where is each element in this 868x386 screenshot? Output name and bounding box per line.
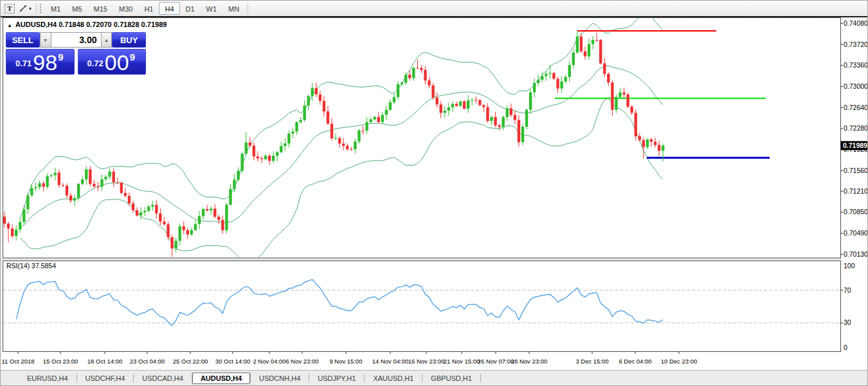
candle-body [213,208,216,217]
timeframe-button-M5[interactable]: M5 [66,2,87,15]
candle-body [408,75,411,78]
time-axis-label: 18 Oct 14:00 [87,358,122,365]
rsi-axis-label: 30 [844,318,851,326]
timeframe-button-H1[interactable]: H1 [138,2,159,15]
candle-body [440,104,442,113]
candle-body [467,100,469,109]
text-tool-button[interactable]: T [3,2,17,15]
toolbar: T ▾ M1M5M15M30H1H4D1W1MN [1,1,867,16]
price-axis-label: 0.71560 [844,167,868,174]
candle-body [385,110,388,115]
buy-price-button[interactable]: 0.72 00 9 [78,49,147,75]
sell-price-button[interactable]: 0.71 98 9 [6,49,75,75]
candle-body [62,185,64,186]
price-axis-label: 0.72280 [844,124,868,132]
candle-body [257,156,259,158]
candle-body [108,172,111,177]
candle-body [34,187,37,188]
candle-body [221,220,224,230]
sell-button[interactable]: SELL [6,32,40,48]
candle-body [268,156,271,161]
candle-body [167,225,169,237]
timeframe-button-M30[interactable]: M30 [113,2,138,15]
candle-body [580,37,583,51]
timeframe-button-M1[interactable]: M1 [45,2,66,15]
tab-XAUUSD-H1[interactable]: XAUUSD,H1 [365,372,422,384]
candle-body [533,83,536,92]
buy-button[interactable]: BUY [112,32,146,48]
tab-USDCHF-H4[interactable]: USDCHF,H4 [77,372,134,384]
timeframe-button-W1[interactable]: W1 [201,2,223,15]
candle-body [73,198,76,201]
candle-body [572,53,575,65]
candle-body [357,131,360,142]
candle-body [393,97,395,102]
candle-body [448,107,450,111]
candle-body [11,228,14,236]
buy-price-pip: 9 [130,51,135,62]
candle-body [15,230,17,236]
time-axis-label: 15 Oct 23:00 [43,358,78,365]
candle-body [642,140,645,147]
candle-body [420,68,422,70]
candle-body [96,187,99,187]
candle-body [276,152,278,156]
chevron-down-icon: ▼ [43,38,48,42]
candle-body [428,80,430,86]
time-axis-label: 9 Nov 15:00 [329,358,362,365]
arrows-tool-icon [19,4,28,13]
chevron-up-icon: ▲ [104,38,109,42]
chart-ohlc-line: AUDUSD,H4 0.71848 0.72070 0.71828 0.7198… [15,21,167,28]
candle-body [272,156,275,161]
collapse-panel-icon[interactable]: ▲ [7,23,12,28]
candle-body [576,37,579,53]
candle-body [471,100,473,100]
candle-body [225,205,228,230]
candle-body [194,224,197,230]
volume-decrease-button[interactable]: ▼ [40,32,51,48]
candle-body [190,230,193,235]
candle-body [435,98,438,105]
candle-body [19,222,21,230]
candle-body [482,105,485,107]
pane-splitter[interactable] [1,258,841,261]
price-axis-label: 0.73360 [844,61,868,69]
tab-AUDUSD-H4[interactable]: AUDUSD,H4 [192,372,250,384]
candle-body [369,120,372,122]
timeframe-button-M15[interactable]: M15 [88,2,113,15]
toolbar-drag-handle[interactable] [39,3,42,14]
tab-USDCNH-H4[interactable]: USDCNH,H4 [251,372,309,384]
candle-body [280,146,282,152]
candle-body [475,100,477,100]
candle-body [163,221,165,224]
candle-body [155,205,158,213]
sell-price-pip: 9 [58,51,63,62]
tab-USDJPY-H1[interactable]: USDJPY,H1 [309,372,364,384]
arrows-tool-button[interactable]: ▾ [17,2,33,15]
candle-body [315,88,318,95]
tab-EURUSD-H4[interactable]: EURUSD,H4 [19,372,77,384]
candle-body [455,104,458,106]
candle-body [229,189,231,205]
candle-body [299,120,302,122]
candle-body [198,216,201,224]
tab-GBPUSD-H1[interactable]: GBPUSD,H1 [422,372,480,384]
volume-input[interactable] [51,32,101,48]
candle-body [662,145,664,151]
candle-body [85,169,87,179]
tab-USDCAD-H4[interactable]: USDCAD,H4 [134,372,192,384]
candle-body [584,51,586,57]
timeframe-button-H4[interactable]: H4 [159,2,179,15]
candle-body [525,110,528,127]
candle-body [354,142,356,149]
candle-body [541,76,543,80]
candle-body [3,217,6,224]
candle-body [260,158,263,159]
candle-body [26,196,29,210]
timeframe-button-D1[interactable]: D1 [180,2,201,15]
volume-increase-button[interactable]: ▲ [101,32,113,48]
candle-body [560,82,563,89]
candle-body [30,188,33,196]
sell-price-big: 98 [33,53,57,72]
timeframe-button-MN[interactable]: MN [222,2,245,15]
